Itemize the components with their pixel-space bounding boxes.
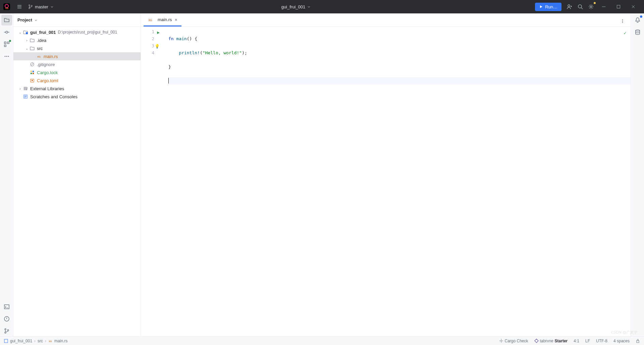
svg-point-19 (5, 332, 6, 333)
search-button[interactable] (575, 1, 586, 12)
code-token (168, 50, 179, 55)
run-label: Run… (545, 4, 557, 9)
window-title-dropdown[interactable]: gui_frui_001 (57, 4, 535, 9)
problems-icon (4, 316, 10, 322)
database-button[interactable] (632, 27, 643, 38)
scratches-icon (23, 94, 28, 99)
folder-icon (4, 17, 10, 23)
code-token: println! (179, 50, 200, 55)
tab-close-button[interactable]: × (175, 17, 177, 22)
gutter[interactable]: 1▶ 2 3💡 4 (141, 27, 162, 336)
git-icon (4, 328, 10, 334)
bell-icon (635, 17, 641, 23)
code-token: } (168, 64, 171, 69)
status-cursor-pos[interactable]: 4:1 (574, 339, 579, 343)
tree-root-path: D:\projects\rust_proj\gui_frui_001 (58, 30, 117, 35)
search-icon (577, 4, 583, 10)
tab-main-rs[interactable]: RS main.rs × (144, 14, 181, 26)
close-icon (631, 5, 635, 9)
tree-root[interactable]: ⌄ gui_frui_001 D:\projects\rust_proj\gui… (13, 28, 141, 36)
code-with-me-button[interactable] (564, 1, 575, 12)
project-tool-button[interactable] (1, 15, 12, 25)
gear-icon (588, 4, 594, 10)
bc-item[interactable]: src (38, 339, 43, 343)
settings-badge (594, 2, 596, 4)
expand-icon[interactable]: ⌄ (24, 47, 30, 50)
project-panel-header[interactable]: Project (13, 13, 141, 27)
settings-button[interactable] (586, 1, 596, 12)
dots-vertical-icon (620, 19, 625, 23)
lock-icon (636, 339, 640, 343)
tree-item-cargo-toml[interactable]: Cargo.toml (13, 76, 141, 84)
text-cursor (168, 78, 169, 83)
maximize-button[interactable] (611, 0, 626, 13)
vcs-branch-widget[interactable]: master (25, 4, 57, 9)
project-panel: Project ⌄ gui_frui_001 D:\projects\rust_… (13, 13, 141, 336)
status-line-sep[interactable]: LF (585, 339, 590, 343)
terminal-tool-button[interactable] (1, 301, 12, 312)
line-number: 4 (152, 50, 154, 55)
tree-item-gitignore[interactable]: .gitignore (13, 60, 141, 68)
code-editor[interactable]: ✓ 1▶ 2 3💡 4 fn main() { println!("Hello,… (141, 27, 631, 336)
maximize-icon (616, 5, 621, 9)
expand-icon[interactable]: › (24, 39, 30, 42)
status-label: Cargo Check (505, 339, 528, 343)
tree-item-idea[interactable]: › .idea (13, 36, 141, 44)
status-indent[interactable]: 4 spaces (613, 339, 630, 343)
code-token: "Hello, world!" (203, 50, 242, 55)
tree-item-external-libs[interactable]: › External Libraries (13, 84, 141, 93)
library-icon (23, 86, 28, 91)
close-button[interactable] (626, 0, 641, 13)
status-tabnine[interactable]: tabnıne Starter (534, 339, 568, 343)
svg-point-13 (4, 56, 5, 57)
tree-label: Scratches and Consoles (30, 94, 77, 99)
tree-item-main-rs[interactable]: RS main.rs (13, 52, 141, 60)
code-content[interactable]: fn main() { println!("Hello, world!"); } (162, 27, 631, 336)
structure-tool-button[interactable] (1, 39, 12, 50)
app-icon (3, 3, 10, 10)
run-button[interactable]: Run… (535, 3, 561, 11)
code-token: fn (168, 36, 176, 41)
chevron-down-icon (50, 5, 54, 8)
tree-item-scratches[interactable]: Scratches and Consoles (13, 93, 141, 101)
bc-item[interactable]: main.rs (54, 339, 67, 343)
svg-point-30 (32, 80, 33, 81)
minimize-icon (602, 5, 606, 9)
svg-point-6 (578, 5, 582, 8)
status-cargo-check[interactable]: Cargo Check (499, 339, 528, 343)
line-number: 3 (152, 43, 154, 48)
tabs-more-button[interactable] (617, 16, 628, 26)
svg-rect-42 (637, 341, 639, 343)
svg-point-7 (590, 6, 592, 8)
right-tool-rail (631, 13, 644, 336)
run-gutter-icon[interactable]: ▶ (157, 29, 160, 36)
module-icon (4, 339, 8, 343)
minimize-button[interactable] (596, 0, 611, 13)
tree-item-src[interactable]: ⌄ src (13, 44, 141, 52)
terminal-icon (4, 304, 10, 310)
dots-icon (4, 53, 10, 59)
expand-icon[interactable]: ⌄ (17, 31, 23, 34)
git-tool-button[interactable] (1, 326, 12, 336)
project-tree[interactable]: ⌄ gui_frui_001 D:\projects\rust_proj\gui… (13, 27, 141, 336)
database-icon (635, 29, 641, 35)
expand-icon[interactable]: › (17, 87, 23, 91)
lock-file-icon (30, 70, 35, 75)
tabnine-icon (534, 339, 539, 343)
inspection-ok-icon[interactable]: ✓ (624, 30, 627, 37)
breadcrumb[interactable]: gui_frui_001 › src › RS main.rs (4, 339, 67, 343)
bc-item[interactable]: gui_frui_001 (10, 339, 32, 343)
status-label: tabnıne (540, 339, 553, 343)
status-encoding[interactable]: UTF-8 (596, 339, 607, 343)
commit-tool-button[interactable] (1, 27, 12, 38)
more-tool-button[interactable] (1, 51, 12, 62)
tree-item-cargo-lock[interactable]: Cargo.lock (13, 68, 141, 76)
intention-bulb-icon[interactable]: 💡 (155, 43, 160, 50)
svg-point-9 (6, 31, 8, 33)
status-readonly-button[interactable] (636, 339, 640, 343)
hamburger-button[interactable] (14, 1, 25, 12)
problems-tool-button[interactable] (1, 313, 12, 324)
notifications-button[interactable] (632, 15, 643, 25)
line-number: 2 (152, 36, 154, 41)
chevron-down-icon (307, 5, 311, 8)
